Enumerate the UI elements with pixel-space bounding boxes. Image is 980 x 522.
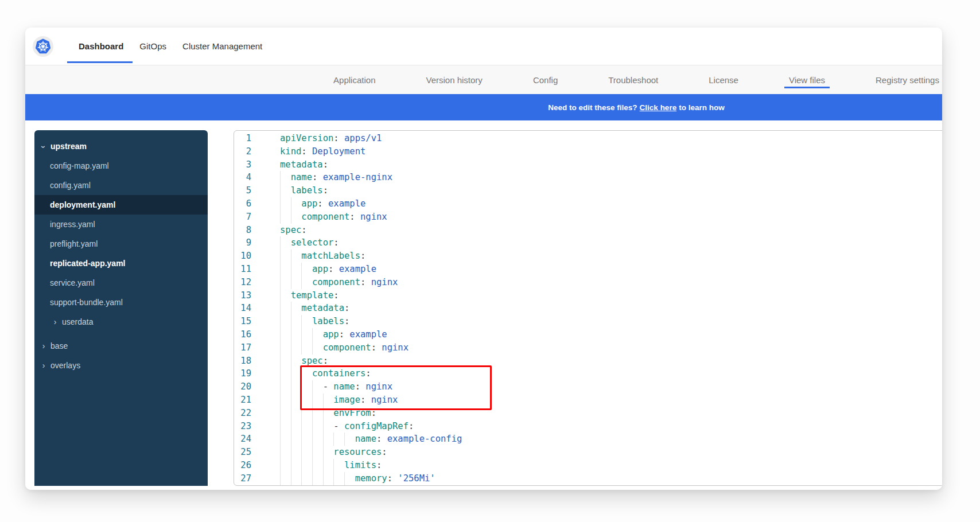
tab-troubleshoot[interactable]: Troubleshoot — [608, 65, 658, 94]
code-text: selector: — [280, 236, 339, 250]
line-number: 8 — [234, 224, 251, 237]
code-line: 22 envFrom: — [234, 407, 942, 420]
tree-item-label: replicated-app.yaml — [50, 259, 126, 268]
code-text: name: example-nginx — [280, 171, 392, 184]
banner-text-before: Need to edit these files? — [548, 103, 637, 112]
code-line: 26 limits: — [234, 459, 942, 472]
code-text: labels: — [280, 184, 328, 197]
tree-file-config-map-yaml[interactable]: config-map.yaml — [34, 156, 208, 176]
tab-view-files[interactable]: View files — [789, 65, 825, 94]
code-line: 4 name: example-nginx — [234, 171, 942, 184]
code-line: 18 spec: — [234, 355, 942, 368]
tree-folder-overlays[interactable]: ›overlays — [34, 356, 208, 375]
tree-item-label: overlays — [50, 361, 80, 370]
banner-click-here-link[interactable]: Click here — [640, 103, 677, 112]
line-number: 20 — [234, 380, 251, 394]
tab-application[interactable]: Application — [333, 65, 375, 94]
code-line: 23 - configMapRef: — [234, 420, 942, 433]
code-text: template: — [280, 289, 339, 302]
code-line: 9 selector: — [234, 236, 942, 250]
code-text: component: nginx — [280, 341, 409, 355]
line-number: 22 — [234, 407, 251, 420]
code-line: 20 - name: nginx — [234, 380, 942, 394]
code-line: 21 image: nginx — [234, 394, 942, 407]
tree-folder-base[interactable]: ›base — [34, 336, 208, 356]
code-line: 5 labels: — [234, 184, 942, 197]
tree-file-service-yaml[interactable]: service.yaml — [34, 273, 208, 293]
tree-item-label: preflight.yaml — [50, 239, 98, 248]
code-text: containers: — [280, 367, 371, 380]
line-number: 6 — [234, 197, 251, 211]
line-number: 5 — [234, 184, 251, 197]
chevron-right-icon: › — [40, 361, 47, 370]
code-text: limits: — [280, 459, 382, 472]
app-content: DashboardGitOpsCluster Management Applic… — [25, 28, 942, 490]
code-text: image: nginx — [280, 394, 398, 407]
tab-config[interactable]: Config — [533, 65, 558, 94]
line-number: 14 — [234, 302, 251, 315]
code-line: 27 memory: '256Mi' — [234, 472, 942, 485]
code-line: 2kind: Deployment — [234, 145, 942, 158]
primary-nav: DashboardGitOpsCluster Management — [79, 28, 262, 65]
line-number: 21 — [234, 394, 251, 407]
line-number: 16 — [234, 328, 251, 341]
chevron-right-icon: › — [52, 317, 59, 326]
tree-item-label: config-map.yaml — [50, 161, 109, 170]
code-line: 8spec: — [234, 224, 942, 237]
tree-file-support-bundle-yaml[interactable]: support-bundle.yaml — [34, 293, 208, 312]
tree-file-preflight-yaml[interactable]: preflight.yaml — [34, 234, 208, 254]
code-line: 11 app: example — [234, 263, 942, 276]
line-number: 17 — [234, 341, 251, 355]
line-number: 3 — [234, 158, 251, 172]
line-number: 24 — [234, 433, 251, 446]
code-line: 13 template: — [234, 289, 942, 302]
edit-files-banner: Need to edit these files? Click here to … — [25, 94, 942, 120]
line-number: 26 — [234, 459, 251, 472]
nav-item-gitops[interactable]: GitOps — [139, 28, 166, 65]
line-number: 18 — [234, 355, 251, 368]
line-number: 27 — [234, 472, 251, 485]
code-text: envFrom: — [280, 407, 376, 420]
code-text: - configMapRef: — [280, 420, 414, 433]
tree-file-ingress-yaml[interactable]: ingress.yaml — [34, 215, 208, 234]
line-number: 9 — [234, 236, 251, 250]
file-tree-sidebar: ›upstreamconfig-map.yamlconfig.yamldeplo… — [34, 130, 208, 486]
tree-folder-userdata[interactable]: ›userdata — [34, 312, 208, 332]
tree-item-label: upstream — [50, 142, 87, 151]
tree-item-label: deployment.yaml — [50, 200, 115, 209]
code-text: - name: nginx — [280, 380, 392, 394]
code-text: matchLabels: — [280, 250, 365, 263]
tree-file-config-yaml[interactable]: config.yaml — [34, 176, 208, 195]
code-line: 12 component: nginx — [234, 276, 942, 289]
tree-file-replicated-app-yaml[interactable]: replicated-app.yaml — [34, 254, 208, 273]
tab-version-history[interactable]: Version history — [426, 65, 482, 94]
code-text: resources: — [280, 446, 387, 459]
line-number: 11 — [234, 263, 251, 276]
code-text: metadata: — [280, 158, 328, 172]
line-number: 10 — [234, 250, 251, 263]
code-line: 25 resources: — [234, 446, 942, 459]
code-text: component: nginx — [280, 276, 398, 289]
nav-item-cluster-management[interactable]: Cluster Management — [182, 28, 262, 65]
tree-folder-upstream[interactable]: ›upstream — [34, 137, 208, 156]
code-line: 16 app: example — [234, 328, 942, 341]
code-text: metadata: — [280, 302, 349, 315]
code-lines: 1apiVersion: apps/v12kind: Deployment3me… — [234, 132, 942, 485]
app-window: DashboardGitOpsCluster Management Applic… — [25, 28, 942, 490]
view-files-main: ›upstreamconfig-map.yamlconfig.yamldeplo… — [25, 120, 942, 490]
tab-license[interactable]: License — [709, 65, 738, 94]
code-text: app: example — [280, 328, 387, 341]
nav-item-dashboard[interactable]: Dashboard — [79, 28, 123, 65]
code-text: spec: — [280, 224, 307, 237]
line-number: 12 — [234, 276, 251, 289]
app-tabs: ApplicationVersion historyConfigTroubles… — [25, 65, 942, 94]
yaml-editor[interactable]: 1apiVersion: apps/v12kind: Deployment3me… — [234, 130, 942, 486]
code-line: 15 labels: — [234, 315, 942, 328]
tree-file-deployment-yaml[interactable]: deployment.yaml — [34, 195, 208, 215]
line-number: 2 — [234, 145, 251, 158]
code-line: 3metadata: — [234, 158, 942, 172]
code-line: 17 component: nginx — [234, 341, 942, 355]
code-text: apiVersion: apps/v1 — [280, 132, 382, 145]
tab-registry-settings[interactable]: Registry settings — [876, 65, 939, 94]
code-text: component: nginx — [280, 211, 387, 224]
